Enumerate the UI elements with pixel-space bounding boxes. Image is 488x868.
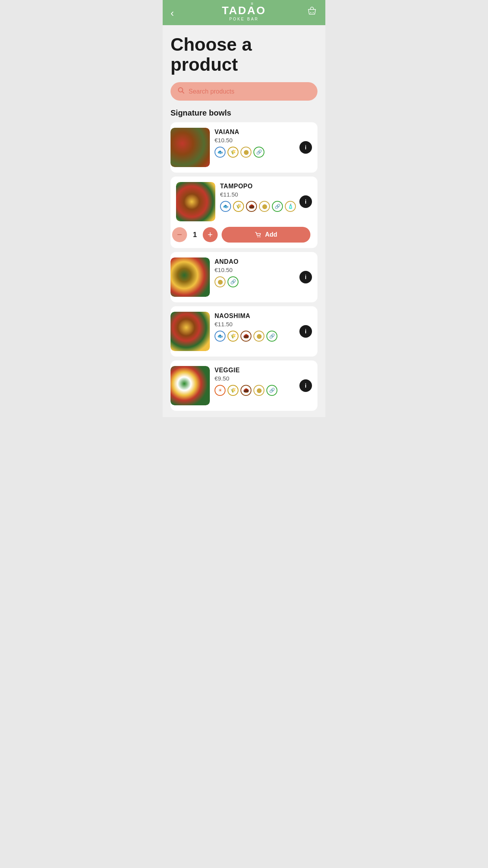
product-info-veggie: VEGGIE €9.50 ☀ 🌾 🌰 ⬤ 🔗: [215, 366, 296, 396]
tag-chain: 🔗: [227, 276, 238, 287]
product-card-veggie: VEGGIE €9.50 ☀ 🌾 🌰 ⬤ 🔗 i: [171, 360, 317, 411]
product-info-tampopo: TAMPOPO €11.50 🐟 🌾 🌰 ⬤ 🔗 🧴: [220, 182, 296, 212]
svg-point-5: [260, 236, 261, 237]
search-container: [171, 82, 317, 101]
info-button-naoshima[interactable]: i: [299, 325, 312, 338]
info-button-vaiana[interactable]: i: [299, 141, 312, 154]
app-logo: TADAO POKE BAR: [222, 5, 266, 21]
product-image-naoshima: [171, 312, 210, 351]
product-price-andao: €10.50: [215, 267, 296, 273]
tag-chain: 🔗: [272, 201, 283, 212]
tag-fish: 🐟: [215, 331, 226, 342]
tag-sesame: ⬤: [259, 201, 270, 212]
svg-point-1: [313, 12, 314, 13]
tag-sun: ☀: [215, 385, 226, 396]
basket-button[interactable]: [306, 6, 317, 20]
product-image-veggie: [171, 366, 210, 405]
tag-nut: 🌰: [240, 385, 251, 396]
product-image-andao: [171, 257, 210, 297]
info-button-andao[interactable]: i: [299, 271, 312, 283]
product-tags-veggie: ☀ 🌾 🌰 ⬤ 🔗: [215, 385, 296, 396]
tag-wheat: 🌾: [233, 201, 244, 212]
product-card-vaiana: VAIANA €10.50 🐟 🌾 ⬤ 🔗 i: [171, 122, 317, 173]
tampopo-actions: − 1 + Add: [171, 227, 312, 243]
product-name-andao: ANDAO: [215, 258, 296, 265]
info-button-tampopo[interactable]: i: [299, 195, 312, 208]
tag-sesame: ⬤: [215, 276, 226, 287]
svg-point-0: [310, 12, 311, 13]
tag-nut: 🌰: [240, 331, 251, 342]
svg-point-4: [258, 236, 259, 237]
back-button[interactable]: ‹: [171, 8, 174, 18]
product-name-veggie: VEGGIE: [215, 367, 296, 374]
product-price-veggie: €9.50: [215, 375, 296, 382]
logo-text: TADAO: [222, 5, 266, 16]
page-title: Choose a product: [171, 35, 317, 74]
product-list: VAIANA €10.50 🐟 🌾 ⬤ 🔗 i TAMPOPO €11.5: [171, 122, 317, 411]
tampopo-top-row: TAMPOPO €11.50 🐟 🌾 🌰 ⬤ 🔗 🧴 i: [171, 182, 312, 221]
product-price-naoshima: €11.50: [215, 321, 296, 327]
tag-nut: 🌰: [246, 201, 257, 212]
tag-fish: 🐟: [220, 201, 231, 212]
section-title: Signature bowls: [171, 108, 317, 118]
product-tags-andao: ⬤ 🔗: [215, 276, 296, 287]
product-info-vaiana: VAIANA €10.50 🐟 🌾 ⬤ 🔗: [215, 128, 296, 158]
product-card-naoshima: NAOSHIMA €11.50 🐟 🌾 🌰 ⬤ 🔗 i: [171, 306, 317, 357]
tag-sesame: ⬤: [240, 147, 251, 158]
product-name-tampopo: TAMPOPO: [220, 183, 296, 190]
info-button-veggie[interactable]: i: [299, 379, 312, 392]
product-image-vaiana: [171, 128, 210, 167]
product-info-andao: ANDAO €10.50 ⬤ 🔗: [215, 257, 296, 287]
quantity-increase-button[interactable]: +: [203, 227, 218, 242]
tag-sesame: ⬤: [253, 331, 264, 342]
search-wrapper[interactable]: [171, 82, 317, 101]
tag-wheat: 🌾: [227, 385, 238, 396]
tag-chain: 🔗: [266, 331, 277, 342]
quantity-decrease-button[interactable]: −: [172, 227, 187, 242]
tag-chain: 🔗: [253, 147, 264, 158]
product-image-tampopo: [176, 182, 215, 221]
add-to-cart-button[interactable]: Add: [222, 227, 310, 243]
svg-line-3: [182, 92, 184, 94]
search-input[interactable]: [189, 88, 310, 95]
product-name-vaiana: VAIANA: [215, 129, 296, 136]
product-card-tampopo: TAMPOPO €11.50 🐟 🌾 🌰 ⬤ 🔗 🧴 i − 1 +: [171, 177, 317, 248]
app-header: ‹ TADAO POKE BAR: [163, 0, 325, 25]
product-tags-tampopo: 🐟 🌾 🌰 ⬤ 🔗 🧴: [220, 201, 296, 212]
product-info-naoshima: NAOSHIMA €11.50 🐟 🌾 🌰 ⬤ 🔗: [215, 312, 296, 342]
tag-wheat: 🌾: [227, 147, 238, 158]
product-price-vaiana: €10.50: [215, 137, 296, 143]
search-icon: [178, 87, 185, 96]
product-card-andao: ANDAO €10.50 ⬤ 🔗 i: [171, 252, 317, 302]
tag-chain: 🔗: [266, 385, 277, 396]
tag-sesame: ⬤: [253, 385, 264, 396]
main-content: Choose a product Signature bowls VAIANA …: [163, 25, 325, 417]
quantity-value: 1: [191, 231, 199, 239]
product-price-tampopo: €11.50: [220, 191, 296, 198]
tag-wheat: 🌾: [227, 331, 238, 342]
add-button-label: Add: [265, 231, 277, 238]
logo-subtitle: POKE BAR: [222, 17, 266, 21]
product-name-naoshima: NAOSHIMA: [215, 313, 296, 320]
tag-fish: 🐟: [215, 147, 226, 158]
tag-bottle: 🧴: [285, 201, 296, 212]
product-tags-naoshima: 🐟 🌾 🌰 ⬤ 🔗: [215, 331, 296, 342]
product-tags-vaiana: 🐟 🌾 ⬤ 🔗: [215, 147, 296, 158]
